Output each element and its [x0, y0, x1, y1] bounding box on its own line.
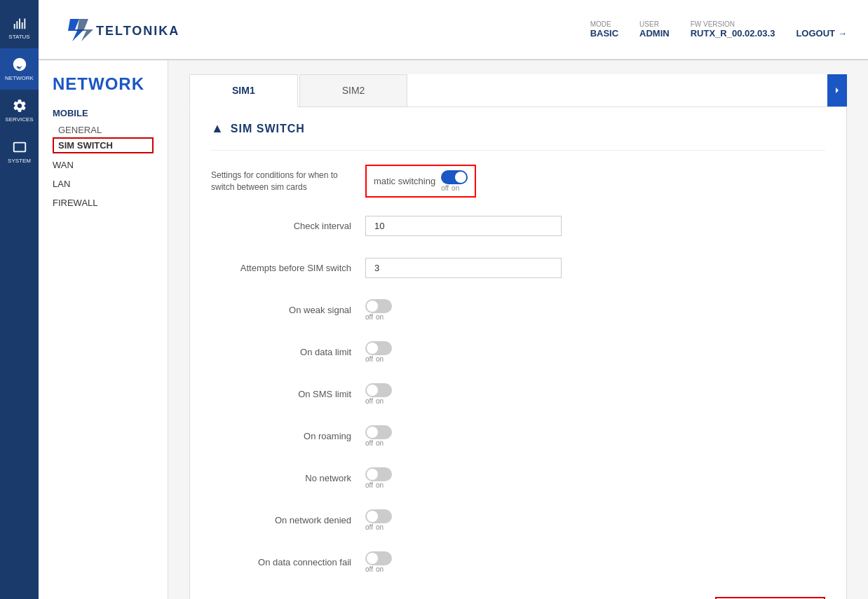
data-limit-slider	[365, 341, 392, 355]
sms-limit-toggle-wrapper: offon	[365, 383, 825, 405]
sms-limit-control: offon	[365, 383, 825, 405]
sms-limit-toggle[interactable]	[365, 383, 392, 397]
sms-limit-label: On SMS limit	[211, 389, 365, 399]
weak-signal-label: On weak signal	[211, 305, 365, 315]
main-panel: SIM1 SIM2 ▲ SIM SWITCH Settings	[168, 60, 868, 599]
network-icon	[12, 57, 27, 72]
logo-area: TELTONIKA	[60, 12, 200, 47]
left-nav: NETWORK MOBILE GENERAL SIM SWITCH WAN LA…	[39, 60, 168, 599]
nav-item-firewall[interactable]: FIREWALL	[53, 195, 154, 210]
no-network-control: offon	[365, 467, 825, 489]
fw-value: RUTX_R_00.02.03.3	[691, 28, 775, 39]
auto-switching-toggle-labels: off on	[441, 184, 459, 192]
check-interval-row: Check interval	[211, 212, 825, 240]
no-network-labels: offon	[365, 481, 384, 489]
data-connection-fail-slider	[365, 551, 392, 565]
svg-marker-1	[77, 19, 93, 41]
check-interval-input[interactable]	[365, 216, 562, 236]
sidebar-item-status[interactable]: STATUS	[0, 7, 39, 48]
data-connection-fail-label: On data connection fail	[211, 557, 365, 567]
tab-sim2[interactable]: SIM2	[299, 74, 408, 106]
sidebar-item-services[interactable]: SERVICES	[0, 90, 39, 131]
sidebar-label-network: NETWORK	[5, 75, 34, 81]
tabs-row: SIM1 SIM2	[189, 74, 847, 107]
sidebar-item-network[interactable]: NETWORK	[0, 48, 39, 90]
nav-item-sim-switch[interactable]: SIM SWITCH	[53, 137, 154, 153]
sim-switch-card: ▲ SIM SWITCH Settings for conditions for…	[189, 107, 847, 599]
sms-limit-labels: offon	[365, 397, 384, 405]
sidebar-label-system: SYSTEM	[8, 158, 31, 164]
weak-signal-toggle-wrapper: offon	[365, 299, 825, 321]
auto-switching-control: matic switching off on	[365, 165, 825, 198]
data-limit-toggle[interactable]	[365, 341, 392, 355]
sidebar: STATUS NETWORK SERVICES SYSTEM	[0, 0, 39, 599]
weak-signal-slider	[365, 299, 392, 313]
network-denied-control: offon	[365, 509, 825, 531]
check-interval-control	[365, 216, 825, 236]
topbar-right: MODE BASIC USER ADMIN FW VERSION RUTX_R_…	[590, 20, 847, 39]
weak-signal-control: offon	[365, 299, 825, 321]
data-connection-fail-labels: offon	[365, 565, 384, 573]
weak-signal-row: On weak signal offon	[211, 296, 825, 324]
user-label: USER	[639, 20, 659, 28]
fw-item: FW VERSION RUTX_R_00.02.03.3	[691, 20, 775, 39]
check-interval-label: Check interval	[211, 221, 365, 231]
attempts-input[interactable]	[365, 258, 562, 278]
roaming-control: offon	[365, 425, 825, 447]
sidebar-item-system[interactable]: SYSTEM	[0, 131, 39, 172]
roaming-row: On roaming offon	[211, 422, 825, 450]
section-header: ▲ SIM SWITCH	[211, 121, 825, 136]
tab-sim1[interactable]: SIM1	[189, 74, 298, 107]
topbar: TELTONIKA MODE BASIC USER ADMIN FW VERSI…	[39, 0, 868, 60]
network-denied-slider	[365, 509, 392, 523]
network-denied-toggle-wrapper: offon	[365, 509, 825, 531]
no-network-slider	[365, 467, 392, 481]
collapse-icon[interactable]: ▲	[211, 121, 224, 136]
network-denied-row: On network denied offon	[211, 506, 825, 534]
attempts-label: Attempts before SIM switch	[211, 263, 365, 273]
nav-item-wan[interactable]: WAN	[53, 158, 154, 172]
auto-switching-partial-label: matic switching	[374, 176, 435, 186]
mode-value: BASIC	[590, 28, 618, 39]
data-limit-control: offon	[365, 341, 825, 363]
svg-text:TELTONIKA: TELTONIKA	[96, 24, 179, 38]
nav-item-lan[interactable]: LAN	[53, 177, 154, 191]
main-wrapper: TELTONIKA MODE BASIC USER ADMIN FW VERSI…	[39, 0, 868, 599]
sms-limit-slider	[365, 383, 392, 397]
logout-button[interactable]: LOGOUT →	[796, 28, 847, 39]
no-network-label: No network	[211, 473, 365, 483]
roaming-toggle[interactable]	[365, 425, 392, 439]
weak-signal-toggle[interactable]	[365, 299, 392, 313]
data-limit-labels: offon	[365, 355, 384, 363]
data-limit-label: On data limit	[211, 347, 365, 357]
auto-switching-slider	[441, 170, 468, 184]
roaming-toggle-wrapper: offon	[365, 425, 825, 447]
content-wrapper: NETWORK MOBILE GENERAL SIM SWITCH WAN LA…	[39, 60, 868, 599]
system-icon	[12, 139, 27, 155]
auto-switching-toggle[interactable]	[441, 170, 468, 184]
nav-category-mobile[interactable]: MOBILE	[53, 108, 154, 118]
data-connection-fail-toggle[interactable]	[365, 551, 392, 565]
mode-label: MODE	[590, 20, 611, 28]
no-network-row: No network offon	[211, 464, 825, 492]
section-title: SIM SWITCH	[231, 123, 305, 135]
nav-item-general[interactable]: GENERAL	[53, 123, 154, 137]
chevron-right-icon	[833, 86, 841, 95]
auto-switching-highlight: matic switching off on	[365, 165, 476, 198]
user-item: USER ADMIN	[639, 20, 670, 39]
roaming-label: On roaming	[211, 431, 365, 441]
logo: TELTONIKA	[60, 12, 200, 47]
attempts-row: Attempts before SIM switch	[211, 254, 825, 282]
auto-switching-toggle-wrapper: off on	[441, 170, 468, 192]
tab-arrow[interactable]	[827, 74, 847, 106]
sms-limit-row: On SMS limit offon	[211, 380, 825, 408]
separator	[211, 150, 825, 151]
no-network-toggle[interactable]	[365, 467, 392, 481]
network-denied-toggle[interactable]	[365, 509, 392, 523]
network-denied-label: On network denied	[211, 515, 365, 525]
weak-signal-labels: offon	[365, 313, 384, 321]
auto-switching-desc: Settings for conditions for when to swit…	[211, 170, 365, 193]
status-icon	[12, 15, 27, 31]
no-network-toggle-wrapper: offon	[365, 467, 825, 489]
nav-section-title: NETWORK	[53, 74, 154, 94]
